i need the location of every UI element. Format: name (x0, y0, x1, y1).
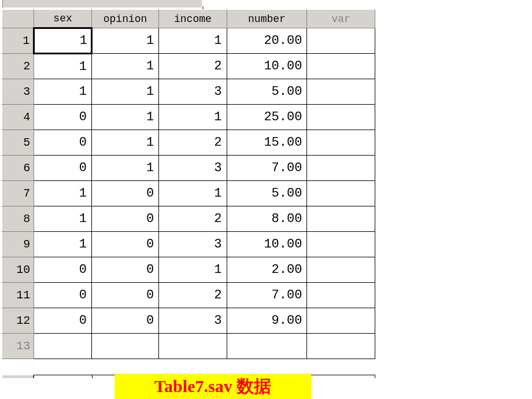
data-cell[interactable]: 1 (159, 181, 227, 206)
data-cell[interactable]: 1 (34, 206, 92, 232)
data-cell[interactable]: 1 (159, 257, 227, 283)
data-cell[interactable]: 5.00 (227, 181, 307, 206)
data-cell[interactable]: 10.00 (227, 232, 307, 257)
table-row: 7 1 0 1 5.00 (2, 181, 375, 206)
data-cell[interactable]: 0 (34, 283, 92, 308)
table-row: 12 0 0 3 9.00 (2, 308, 375, 334)
data-cell[interactable]: 3 (159, 232, 227, 257)
row-header[interactable]: 9 (2, 232, 34, 257)
row-header[interactable]: 3 (2, 79, 34, 105)
table-row: 6 0 1 3 7.00 (2, 156, 375, 181)
column-header-income[interactable]: income (159, 10, 227, 28)
column-header-opinion[interactable]: opinion (91, 10, 158, 28)
data-cell-empty[interactable] (307, 156, 375, 181)
data-cell[interactable]: 7.00 (227, 156, 307, 181)
data-grid: sex opinion income number var 1 1 1 1 20… (2, 9, 375, 359)
data-cell[interactable]: 20.00 (227, 28, 307, 54)
data-cell[interactable]: 15.00 (227, 130, 307, 156)
row-header[interactable]: 12 (2, 308, 34, 334)
row-header[interactable]: 8 (2, 206, 34, 232)
data-cell[interactable]: 2 (159, 283, 227, 308)
data-cell[interactable]: 9.00 (227, 308, 307, 334)
data-cell[interactable]: 1 (34, 79, 92, 105)
data-cell[interactable]: 3 (159, 308, 227, 334)
table-row: 9 1 0 3 10.00 (2, 232, 375, 257)
data-cell[interactable]: 3 (159, 79, 227, 105)
data-cell[interactable]: 1 (34, 28, 92, 54)
data-cell-empty[interactable] (91, 334, 158, 359)
data-cell-empty[interactable] (307, 130, 375, 156)
data-cell[interactable]: 8.00 (227, 206, 307, 232)
row-header[interactable]: 7 (2, 181, 34, 206)
data-cell-empty[interactable] (307, 28, 375, 54)
data-cell[interactable]: 0 (34, 156, 92, 181)
data-cell[interactable]: 10.00 (227, 54, 307, 79)
data-cell[interactable]: 3 (159, 156, 227, 181)
row-header[interactable]: 2 (2, 54, 34, 79)
corner-header[interactable] (2, 10, 34, 28)
row-header[interactable]: 1 (2, 28, 34, 54)
data-cell[interactable]: 1 (159, 105, 227, 130)
data-cell[interactable]: 1 (34, 181, 92, 206)
data-cell[interactable]: 1 (91, 28, 158, 54)
data-cell[interactable]: 1 (91, 130, 158, 156)
data-cell[interactable]: 0 (91, 257, 158, 283)
data-cell-empty[interactable] (307, 79, 375, 105)
column-header-sex[interactable]: sex (34, 10, 92, 28)
data-cell[interactable]: 0 (91, 206, 158, 232)
data-cell-empty[interactable] (307, 334, 375, 359)
data-cell-empty[interactable] (307, 54, 375, 79)
data-cell-empty[interactable] (307, 257, 375, 283)
data-cell[interactable]: 0 (91, 283, 158, 308)
data-cell[interactable]: 25.00 (227, 105, 307, 130)
row-header[interactable]: 11 (2, 283, 34, 308)
data-cell[interactable]: 2.00 (227, 257, 307, 283)
data-cell[interactable]: 1 (34, 54, 92, 79)
data-cell-empty[interactable] (307, 232, 375, 257)
table-row: 8 1 0 2 8.00 (2, 206, 375, 232)
row-header[interactable]: 5 (2, 130, 34, 156)
data-cell[interactable]: 1 (91, 54, 158, 79)
data-cell-empty[interactable] (307, 206, 375, 232)
partial-row-header (2, 375, 34, 378)
data-cell[interactable]: 1 (91, 156, 158, 181)
table-row: 10 0 0 1 2.00 (2, 257, 375, 283)
data-cell[interactable]: 0 (34, 257, 92, 283)
data-cell-empty[interactable] (159, 334, 227, 359)
table-row: 1 1 1 1 20.00 (2, 28, 375, 54)
partial-cell (34, 375, 92, 378)
caption-banner: Table7.sav 数据 (114, 374, 311, 399)
row-header-disabled[interactable]: 13 (2, 334, 34, 359)
data-cell-empty[interactable] (227, 334, 307, 359)
data-cell-empty[interactable] (34, 334, 92, 359)
data-cell-empty[interactable] (307, 105, 375, 130)
data-cell[interactable]: 1 (34, 232, 92, 257)
data-cell[interactable]: 1 (91, 105, 158, 130)
spreadsheet-table: sex opinion income number var 1 1 1 1 20… (2, 9, 375, 359)
data-cell[interactable]: 2 (159, 206, 227, 232)
row-header[interactable]: 4 (2, 105, 34, 130)
data-cell[interactable]: 0 (34, 308, 92, 334)
data-cell-empty[interactable] (307, 181, 375, 206)
data-cell-empty[interactable] (307, 308, 375, 334)
data-cell[interactable]: 0 (91, 181, 158, 206)
data-cell-empty[interactable] (307, 283, 375, 308)
data-cell[interactable]: 5.00 (227, 79, 307, 105)
table-row: 4 0 1 1 25.00 (2, 105, 375, 130)
data-cell[interactable]: 0 (34, 130, 92, 156)
table-row: 5 0 1 2 15.00 (2, 130, 375, 156)
data-cell[interactable]: 1 (159, 28, 227, 54)
column-header-number[interactable]: number (227, 10, 307, 28)
toolbar-fragment (2, 0, 202, 8)
partial-cell (306, 375, 375, 378)
row-header[interactable]: 10 (2, 257, 34, 283)
data-cell[interactable]: 0 (91, 308, 158, 334)
data-cell[interactable]: 0 (91, 232, 158, 257)
data-cell[interactable]: 2 (159, 130, 227, 156)
data-cell[interactable]: 0 (34, 105, 92, 130)
column-header-var[interactable]: var (307, 10, 375, 28)
row-header[interactable]: 6 (2, 156, 34, 181)
data-cell[interactable]: 2 (159, 54, 227, 79)
data-cell[interactable]: 7.00 (227, 283, 307, 308)
data-cell[interactable]: 1 (91, 79, 158, 105)
